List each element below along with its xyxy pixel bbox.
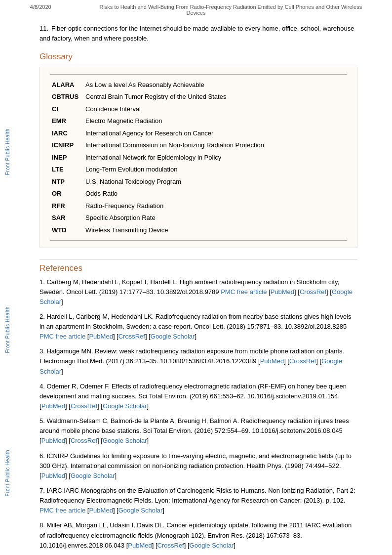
- ref-link[interactable]: PMC free article: [39, 333, 85, 340]
- glossary-row: ICNIRPInternational Commission on Non-Io…: [50, 139, 347, 152]
- item-11: 11.Fiber-optic connections for the Inter…: [39, 24, 357, 43]
- glossary-section: Glossary ALARAAs Low a level As Reasonab…: [39, 52, 357, 248]
- main-content: Front Public Health Front Public Health …: [0, 20, 392, 555]
- glossary-row: NTPU.S. National Toxicology Program: [50, 175, 347, 188]
- glossary-abbr: WTD: [50, 224, 83, 236]
- ref-text: Waldmann-Selsam C, Balmori-de la Plante …: [39, 417, 349, 434]
- reference-item: 4. Odemer R, Odemer F. Effects of radiof…: [39, 382, 357, 411]
- glossary-abbr: OR: [50, 188, 83, 200]
- references-section: References 1. Carlberg M, Hedendahl L, K…: [39, 259, 357, 551]
- glossary-title: Glossary: [39, 52, 357, 62]
- ref-link[interactable]: PubMed: [41, 437, 65, 444]
- reference-item: 2. Hardell L, Carlberg M, Hedendahl LK. …: [39, 312, 357, 342]
- ref-link[interactable]: CrossRef: [157, 542, 184, 549]
- ref-link[interactable]: Google Scholar: [103, 402, 147, 410]
- glossary-def: Radio-Frequency Radiation: [83, 200, 347, 212]
- item-11-text: Fiber-optic connections for the Internet…: [39, 25, 354, 42]
- reference-item: 1. Carlberg M, Hedendahl L, Koppel T, Ha…: [39, 277, 357, 307]
- glossary-abbr: ALARA: [50, 79, 83, 91]
- ref-link[interactable]: PubMed: [271, 288, 294, 296]
- glossary-table: ALARAAs Low a level As Reasonably Achiev…: [50, 79, 347, 236]
- ref-link[interactable]: PMC free article: [39, 507, 85, 514]
- side-label-1: Front Public Health: [5, 128, 10, 175]
- glossary-def: Long-Term Evolution modulation: [83, 164, 347, 176]
- ref-link[interactable]: Google Scholar: [103, 437, 147, 444]
- glossary-abbr: LTE: [50, 164, 83, 176]
- ref-link[interactable]: Google Scholar: [118, 507, 163, 514]
- side-label-2: Front Public Health: [5, 306, 10, 353]
- ref-link[interactable]: PMC free article: [221, 288, 267, 296]
- reference-item: 6. ICNIRP Guidelines for limiting exposu…: [39, 451, 357, 481]
- ref-link[interactable]: PubMed: [128, 542, 152, 549]
- reference-item: 3. Halgamuge MN. Review: weak radiofrequ…: [39, 346, 357, 376]
- ref-number: 7.: [39, 487, 46, 494]
- ref-number: 3.: [39, 347, 46, 355]
- glossary-row: SARSpecific Absorption Rate: [50, 212, 347, 224]
- glossary-def: International Agency for Research on Can…: [83, 127, 347, 139]
- glossary-def: International Commission on Non-Ionizing…: [83, 139, 347, 152]
- references-list: 1. Carlberg M, Hedendahl L, Koppel T, Ha…: [39, 277, 357, 551]
- header-title: Risks to Health and Well-Being From Radi…: [99, 4, 362, 16]
- glossary-abbr: EMR: [50, 115, 83, 128]
- page-header: 4/8/2020 Risks to Health and Well-Being …: [0, 0, 392, 20]
- glossary-abbr: NTP: [50, 175, 83, 188]
- glossary-def: Confidence Interval: [83, 103, 347, 115]
- item-11-number: 11.: [39, 25, 48, 32]
- glossary-abbr: RFR: [50, 200, 83, 212]
- ref-link[interactable]: PubMed: [41, 472, 65, 479]
- ref-link[interactable]: PubMed: [41, 402, 65, 410]
- reference-item: 8. Miller AB, Morgan LL, Udasin I, Davis…: [39, 520, 357, 550]
- ref-link[interactable]: Google Scholar: [71, 472, 115, 479]
- ref-number: 2.: [39, 313, 46, 320]
- ref-link[interactable]: CrossRef: [118, 333, 145, 340]
- side-label-3: Front Public Health: [5, 450, 10, 497]
- glossary-row: WTDWireless Transmitting Device: [50, 224, 347, 236]
- glossary-def: Odds Ratio: [83, 188, 347, 200]
- glossary-abbr: CI: [50, 103, 83, 115]
- reference-item: 5. Waldmann-Selsam C, Balmori-de la Plan…: [39, 416, 357, 446]
- ref-link[interactable]: PubMed: [89, 333, 113, 340]
- glossary-abbr: IARC: [50, 127, 83, 139]
- ref-link[interactable]: Google Scholar: [151, 333, 195, 340]
- glossary-row: CBTRUSCentral Brain Tumor Registry of th…: [50, 91, 347, 103]
- glossary-row: RFRRadio-Frequency Radiation: [50, 200, 347, 212]
- glossary-def: Specific Absorption Rate: [83, 212, 347, 224]
- ref-text: IARC IARC Monographs on the Evaluation o…: [39, 487, 355, 504]
- glossary-row: CIConfidence Interval: [50, 103, 347, 115]
- glossary-def: International Network for Epidemiology i…: [83, 151, 347, 164]
- ref-link[interactable]: Google Scholar: [190, 542, 234, 549]
- ref-number: 1.: [39, 278, 46, 286]
- ref-text: ICNIRP Guidelines for limiting exposure …: [39, 452, 352, 470]
- glossary-def: Wireless Transmitting Device: [83, 224, 347, 236]
- ref-text: Carlberg M, Hedendahl L, Koppel T, Harde…: [39, 278, 339, 296]
- glossary-abbr: SAR: [50, 212, 83, 224]
- ref-link[interactable]: CrossRef: [71, 437, 97, 444]
- reference-item: 7. IARC IARC Monographs on the Evaluatio…: [39, 486, 357, 515]
- ref-link[interactable]: PubMed: [260, 357, 284, 365]
- glossary-def: U.S. National Toxicology Program: [83, 175, 347, 188]
- ref-link[interactable]: CrossRef: [71, 402, 97, 410]
- glossary-row: OROdds Ratio: [50, 188, 347, 200]
- ref-link[interactable]: CrossRef: [300, 288, 326, 296]
- glossary-row: LTELong-Term Evolution modulation: [50, 164, 347, 176]
- ref-number: 8.: [39, 521, 46, 529]
- ref-link[interactable]: CrossRef: [289, 357, 316, 365]
- ref-link[interactable]: PubMed: [89, 507, 113, 514]
- glossary-top-line: [50, 74, 347, 75]
- ref-text: Odemer R, Odemer F. Effects of radiofreq…: [39, 383, 347, 400]
- ref-number: 5.: [39, 417, 46, 425]
- glossary-box: ALARAAs Low a level As Reasonably Achiev…: [39, 67, 357, 248]
- glossary-row: EMRElectro Magnetic Radiation: [50, 115, 347, 128]
- glossary-abbr: CBTRUS: [50, 91, 83, 103]
- glossary-def: Central Brain Tumor Registry of the Unit…: [83, 91, 347, 103]
- glossary-def: As Low a level As Reasonably Achievable: [83, 79, 347, 91]
- glossary-row: ALARAAs Low a level As Reasonably Achiev…: [50, 79, 347, 91]
- glossary-abbr: INEP: [50, 151, 83, 164]
- glossary-def: Electro Magnetic Radiation: [83, 115, 347, 128]
- glossary-row: IARCInternational Agency for Research on…: [50, 127, 347, 139]
- glossary-row: INEPInternational Network for Epidemiolo…: [50, 151, 347, 164]
- ref-number: 6.: [39, 452, 46, 460]
- references-title: References: [39, 259, 357, 273]
- header-date: 4/8/2020: [30, 4, 51, 10]
- ref-number: 4.: [39, 383, 46, 390]
